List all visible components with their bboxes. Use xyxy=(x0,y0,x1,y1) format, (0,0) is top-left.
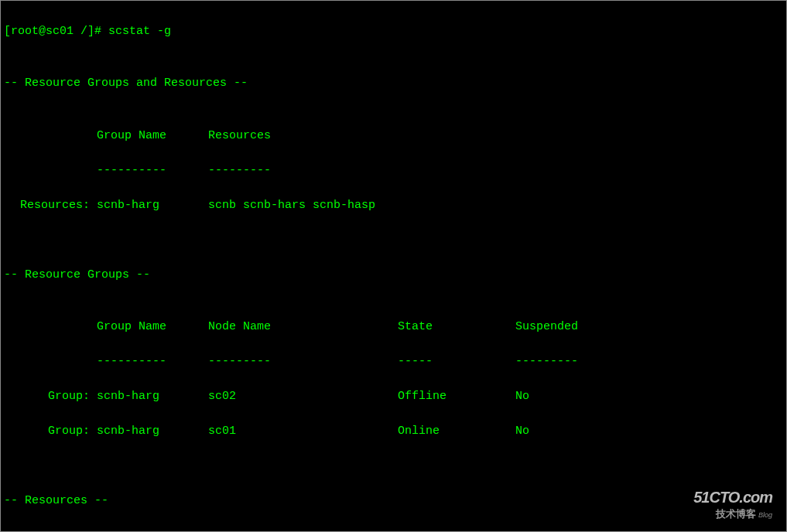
cell-group-name: scnb-harg xyxy=(97,388,208,406)
cell-group-name: scnb-harg xyxy=(97,423,208,441)
dash: --------- xyxy=(208,353,398,371)
cell-resources: scnb scnb-hars scnb-hasp xyxy=(208,197,375,215)
spacer xyxy=(4,353,97,371)
row-label-resources: Resources: xyxy=(4,197,97,215)
command-text: scstat -g xyxy=(108,25,171,38)
cell-suspended: No xyxy=(515,423,529,441)
row-label-group: Group: xyxy=(4,423,97,441)
watermark-blog: Blog xyxy=(758,511,772,520)
watermark-site: 51CTO.com xyxy=(693,488,772,506)
cell-state: Online xyxy=(398,423,515,441)
section-header-resources: -- Resources -- xyxy=(4,493,783,510)
row-label-group: Group: xyxy=(4,388,97,406)
shell-prompt: [root@sc01 /]# xyxy=(4,25,108,38)
col-header-group-name: Group Name xyxy=(97,128,208,145)
sec2-data-row: Group: scnb-hargsc01OnlineNo xyxy=(4,423,783,441)
col-header-suspended: Suspended xyxy=(515,319,578,336)
dash: ---------- xyxy=(97,353,208,371)
prompt-line-1: [root@sc01 /]# scstat -g xyxy=(4,23,783,41)
sec1-dash-row: ------------------- xyxy=(4,162,783,180)
dash: --------- xyxy=(515,353,578,371)
dash: ----- xyxy=(398,353,515,371)
col-header-group-name: Group Name xyxy=(97,319,208,336)
col-header-node-name: Node Name xyxy=(208,319,398,336)
sec2-dash-row: --------------------------------- xyxy=(4,353,783,371)
dash: ---------- xyxy=(97,162,208,180)
sec2-header-row: Group NameNode NameStateSuspended xyxy=(4,319,783,336)
col-header-state: State xyxy=(398,319,515,336)
terminal-output[interactable]: [root@sc01 /]# scstat -g -- Resource Gro… xyxy=(1,1,786,532)
spacer xyxy=(4,162,97,180)
sec2-data-row: Group: scnb-hargsc02OfflineNo xyxy=(4,388,783,406)
sec1-data-row: Resources: scnb-hargscnb scnb-hars scnb-… xyxy=(4,197,783,215)
cell-group-name: scnb-harg xyxy=(97,197,208,215)
section-header-resource-groups: -- Resource Groups -- xyxy=(4,267,783,285)
dash: --------- xyxy=(208,162,271,180)
col-header-resources: Resources xyxy=(208,128,271,145)
sec1-header-row: Group NameResources xyxy=(4,128,783,145)
section-header-resource-groups-resources: -- Resource Groups and Resources -- xyxy=(4,75,783,93)
spacer xyxy=(4,319,97,336)
watermark-subtitle: 技术博客 xyxy=(716,508,756,520)
cell-node-name: sc02 xyxy=(208,388,398,406)
watermark-subtitle-row: 技术博客Blog xyxy=(693,506,772,520)
watermark-logo: 51CTO.com 技术博客Blog xyxy=(693,488,772,520)
cell-suspended: No xyxy=(515,388,529,406)
spacer xyxy=(4,128,97,145)
cell-node-name: sc01 xyxy=(208,423,398,441)
cell-state: Offline xyxy=(398,388,515,406)
